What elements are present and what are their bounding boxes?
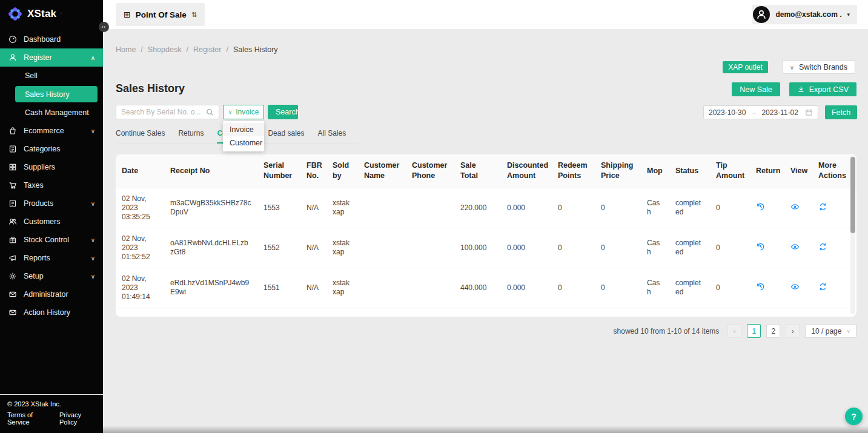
date-to-value[interactable]: 2023-11-02 (761, 108, 798, 117)
breadcrumb-separator: / (141, 45, 142, 54)
search-button[interactable]: Search (268, 105, 298, 119)
sidebar-item-label: Ecommerce (24, 127, 64, 135)
table-row: 02 Nov, 2023 01:52:52 oA81RwbNvLdcHLELzb… (116, 228, 856, 268)
main-content: Home / Shopdesk / Register / Sales Histo… (103, 29, 868, 433)
cell-sale-total: 100.000 (454, 228, 501, 268)
user-email: demo@xstak.com . (775, 10, 841, 19)
tab-all-sales[interactable]: All Sales (317, 126, 346, 144)
breadcrumb-register[interactable]: Register (193, 45, 222, 54)
new-sale-button[interactable]: New Sale (732, 82, 780, 96)
sidebar-item-ecommerce[interactable]: Ecommerce ∨ (0, 122, 103, 140)
page-button-1[interactable]: 1 (747, 324, 761, 338)
cell-serial-number: 1553 (257, 188, 300, 228)
sidebar-item-label: Register (24, 53, 52, 62)
table-scrollbar-thumb[interactable] (850, 157, 855, 233)
new-sale-label: New Sale (740, 85, 772, 94)
view-sale-button[interactable] (790, 242, 800, 251)
grid-icon (8, 163, 17, 171)
cell-serial-number: 1552 (257, 228, 300, 268)
cell-discounted-amount: 0.000 (501, 228, 552, 268)
date-from-value[interactable]: 2023-10-30 (709, 108, 746, 117)
date-range-arrow-icon: → (750, 109, 757, 116)
prev-page-button[interactable]: ‹ (727, 324, 741, 338)
help-button[interactable]: ? (845, 408, 863, 425)
more-actions-button[interactable] (818, 282, 827, 291)
cell-redeem-points: 0 (552, 188, 595, 228)
date-range-picker[interactable]: 2023-10-30 → 2023-11-02 (703, 105, 818, 119)
cell-customer-phone (406, 268, 454, 308)
sidebar-item-label: Customers (24, 217, 60, 226)
sidebar-item-taxes[interactable]: Taxes (0, 176, 103, 194)
chevron-down-icon: ∨ (91, 255, 95, 262)
sidebar-item-products[interactable]: Products ∨ (0, 194, 103, 213)
next-page-button[interactable]: › (786, 324, 800, 338)
col-status: Status (669, 154, 710, 188)
tab-dead-sales[interactable]: Dead sales (268, 126, 304, 144)
fetch-button[interactable]: Fetch (825, 105, 857, 119)
cell-customer-name (358, 188, 406, 228)
sidebar-item-customers[interactable]: Customers (0, 213, 103, 231)
col-sale-total: Sale Total (454, 154, 501, 188)
view-sale-button[interactable] (790, 282, 800, 291)
sidebar-item-action-history[interactable]: Action History (0, 303, 103, 322)
more-actions-button[interactable] (818, 242, 827, 251)
search-box (116, 105, 219, 119)
sidebar-item-dashboard[interactable]: Dashboard (0, 30, 103, 48)
sidebar-item-setup[interactable]: Setup ∨ (0, 267, 103, 285)
return-sale-button[interactable] (756, 282, 765, 291)
sidebar-collapse-toggle[interactable]: ‹› (99, 22, 109, 32)
col-return: Return (750, 154, 784, 188)
collapse-icon: ‹› (102, 24, 106, 30)
sidebar-item-sales-history[interactable]: Sales History (15, 86, 98, 102)
sidebar-item-cash-management[interactable]: Cash Management (0, 104, 103, 122)
return-sale-button[interactable] (756, 202, 765, 211)
privacy-link[interactable]: Privacy Policy (59, 411, 96, 426)
chevron-down-icon: ∨ (790, 64, 794, 71)
list-icon (8, 145, 17, 153)
sidebar-item-label: Suppliers (24, 163, 55, 171)
ecommerce-icon (8, 127, 17, 135)
sidebar-item-stock-control[interactable]: Stock Control ∨ (0, 231, 103, 249)
page-size-select[interactable]: 10 / page ∨ (805, 324, 856, 338)
cell-status: completed (669, 188, 710, 228)
prev-page-icon: ‹ (734, 327, 736, 335)
table-scrollbar-track (850, 156, 855, 314)
download-icon (797, 85, 805, 93)
caret-down-icon: ▾ (847, 12, 850, 18)
view-sale-button[interactable] (790, 202, 800, 211)
page-button-2[interactable]: 2 (766, 324, 780, 338)
search-input[interactable] (121, 108, 206, 116)
sidebar-item-categories[interactable]: Categories (0, 140, 103, 158)
col-sold-by: Sold by (326, 154, 358, 188)
sidebar-item-sell[interactable]: Sell (0, 67, 103, 85)
logo-link[interactable]: XStak ' (0, 0, 103, 25)
user-menu[interactable]: demo@xstak.com . ▾ (752, 5, 857, 24)
chevron-down-icon: ∨ (91, 273, 95, 280)
search-type-select[interactable]: ∨ Invoice (223, 105, 264, 119)
dropdown-option-customer[interactable]: Customer (223, 136, 264, 150)
tab-continue-sales[interactable]: Continue Sales (116, 126, 165, 144)
sidebar-item-administrator[interactable]: Administrator (0, 285, 103, 303)
cell-shipping-price: 0 (595, 228, 641, 268)
cell-discounted-amount: 0.000 (501, 268, 552, 308)
breadcrumb-home[interactable]: Home (116, 45, 136, 54)
breadcrumb-shopdesk[interactable]: Shopdesk (148, 45, 182, 54)
sidebar-item-suppliers[interactable]: Suppliers (0, 158, 103, 176)
sales-table-card: Date Receipt No Serial Number FBR No. So… (116, 154, 856, 317)
users-icon (8, 217, 17, 226)
page-title: Sales History (116, 82, 185, 95)
cell-customer-phone (406, 188, 454, 228)
sidebar-item-reports[interactable]: Reports ∨ (0, 249, 103, 267)
search-icon[interactable] (206, 108, 214, 116)
sidebar-item-register[interactable]: Register ∧ (0, 48, 103, 67)
app-selector[interactable]: ⊞ Point Of Sale ⇅ (116, 3, 205, 26)
cell-fbr-no: N/A (300, 268, 326, 308)
more-actions-button[interactable] (818, 202, 827, 211)
tab-returns[interactable]: Returns (178, 126, 204, 144)
table-header-row: Date Receipt No Serial Number FBR No. So… (116, 154, 856, 188)
terms-link[interactable]: Terms of Service (7, 411, 51, 426)
dropdown-option-invoice[interactable]: Invoice (223, 123, 264, 136)
return-sale-button[interactable] (756, 242, 765, 251)
export-csv-button[interactable]: Export CSV (789, 82, 856, 96)
switch-brands-button[interactable]: ∨ Switch Brands (782, 61, 855, 74)
